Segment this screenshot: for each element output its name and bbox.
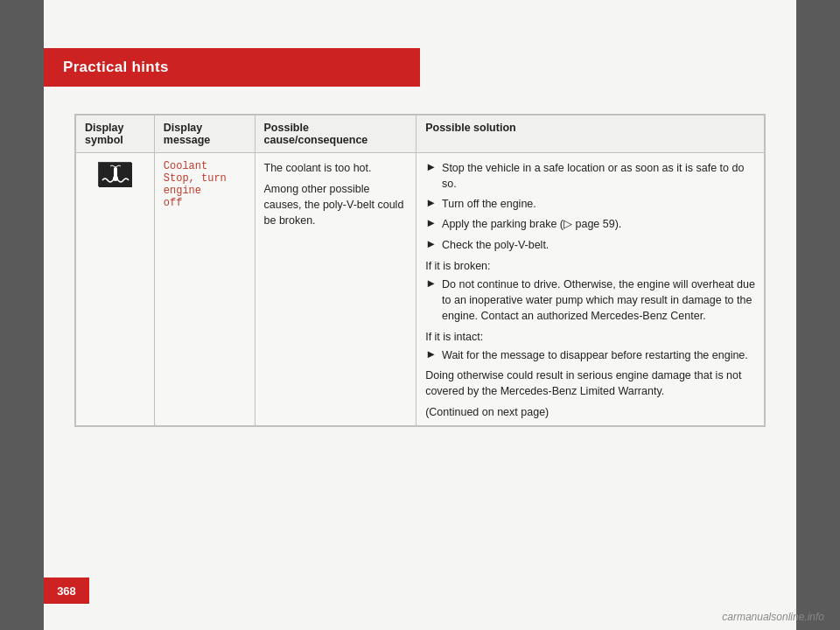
bullet-arrow-icon: ► <box>425 347 437 360</box>
if-broken-bullet-text: Do not continue to drive. Otherwise, the… <box>442 276 755 324</box>
display-table: Display symbol Display message Possible … <box>75 115 765 426</box>
solution-bullet-1-text: Stop the vehicle in a safe location or a… <box>442 160 755 192</box>
if-intact-label: If it is intact: <box>425 331 755 343</box>
coolant-icon <box>98 162 131 186</box>
bullet-arrow-icon: ► <box>425 196 437 209</box>
if-intact-bullet: ► Wait for the message to disappear befo… <box>425 347 755 363</box>
bullet-arrow-icon: ► <box>425 216 437 229</box>
page-title: Practical hints <box>63 59 169 76</box>
bullet-arrow-icon: ► <box>425 160 437 173</box>
table-header-row: Display symbol Display message Possible … <box>76 116 765 153</box>
col-header-cause: Possible cause/consequence <box>255 116 416 153</box>
cause-cell: The coolant is too hot. Among other poss… <box>255 153 416 426</box>
solution-bullet-4: ► Check the poly-V-belt. <box>425 237 755 253</box>
col-header-solution: Possible solution <box>416 116 765 153</box>
display-message-text: CoolantStop, turn engineoff <box>164 160 227 209</box>
solution-bullet-4-text: Check the poly-V-belt. <box>442 237 755 253</box>
continued-text: (Continued on next page) <box>425 406 755 418</box>
header-bar: Practical hints <box>44 48 420 87</box>
display-message-cell: CoolantStop, turn engineoff <box>154 153 255 426</box>
table-row: CoolantStop, turn engineoff The coolant … <box>76 153 765 426</box>
solution-bullet-2-text: Turn off the engine. <box>442 196 755 212</box>
if-broken-bullet: ► Do not continue to drive. Otherwise, t… <box>425 276 755 324</box>
if-intact-bullet-text: Wait for the message to disappear before… <box>442 347 755 363</box>
solution-bullet-2: ► Turn off the engine. <box>425 196 755 212</box>
watermark: carmanualsonline.info <box>722 611 824 623</box>
page-number: 368 <box>57 584 76 598</box>
solution-cell: ► Stop the vehicle in a safe location or… <box>416 153 765 426</box>
cause-line-1: The coolant is too hot. <box>264 160 408 176</box>
bullet-arrow-icon: ► <box>425 237 437 250</box>
if-intact-para: Doing otherwise could result in serious … <box>425 368 755 399</box>
col-header-message: Display message <box>154 116 255 153</box>
solution-bullet-3-text: Apply the parking brake (▷ page 59). <box>442 216 755 232</box>
bullet-arrow-icon: ► <box>425 276 437 290</box>
solution-bullet-1: ► Stop the vehicle in a safe location or… <box>425 160 755 192</box>
if-broken-label: If it is broken: <box>425 260 755 272</box>
cause-line-2: Among other possible causes, the poly-V-… <box>264 181 408 228</box>
col-header-symbol: Display symbol <box>76 116 155 153</box>
page-number-box: 368 <box>44 578 89 604</box>
symbol-cell <box>76 153 155 426</box>
main-table-wrapper: Display symbol Display message Possible … <box>74 114 766 427</box>
svg-point-2 <box>113 176 118 181</box>
solution-bullet-3: ► Apply the parking brake (▷ page 59). <box>425 216 755 232</box>
